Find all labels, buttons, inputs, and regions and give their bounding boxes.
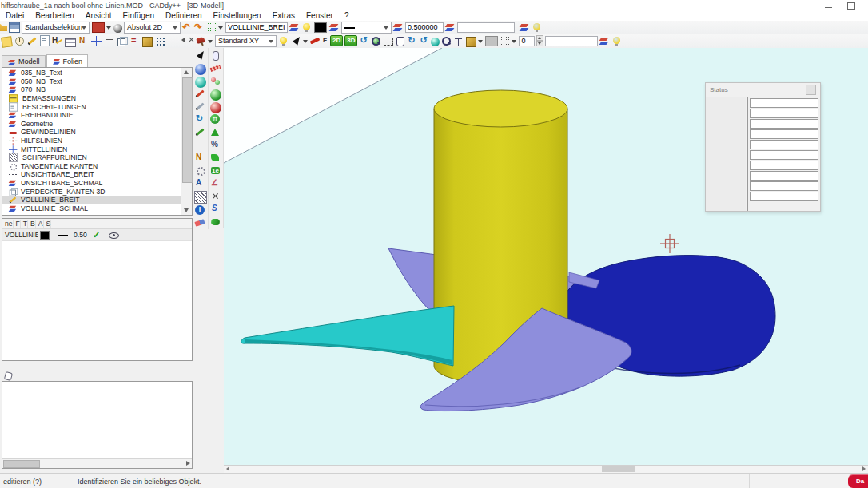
measure-icon[interactable]	[210, 63, 221, 74]
tree-item[interactable]: UNSICHTBARE_BREIT	[2, 170, 181, 179]
pi-icon[interactable]	[210, 114, 221, 125]
tree-item[interactable]: GEWINDELINIEN	[2, 128, 181, 137]
viewport-hscrollbar[interactable]	[224, 465, 868, 473]
chevron-down-icon[interactable]	[106, 22, 111, 33]
angle-icon[interactable]	[210, 178, 221, 189]
aux-input-2[interactable]	[545, 36, 598, 46]
status-field[interactable]	[750, 140, 818, 149]
status-field[interactable]	[750, 161, 818, 170]
tree-item[interactable]: BEMASSUNGEN	[2, 94, 181, 103]
t-square-icon[interactable]	[453, 36, 464, 46]
curve-flag-icon[interactable]	[195, 153, 206, 164]
mouse-curve-icon[interactable]	[210, 50, 221, 61]
color-to-layer-icon[interactable]	[329, 22, 340, 33]
menu-item[interactable]: Definieren	[160, 11, 208, 20]
raster-button[interactable]	[500, 35, 517, 47]
n-curve-icon[interactable]	[78, 36, 89, 46]
sphere-green-icon[interactable]	[210, 89, 221, 101]
list-grid-icon[interactable]	[155, 36, 165, 46]
sphere-teal-icon[interactable]	[195, 77, 206, 88]
rotate-cw-icon[interactable]	[407, 36, 417, 46]
panel-tab[interactable]: Folien	[46, 54, 89, 67]
panel-collapse-icon[interactable]	[181, 37, 186, 42]
table-header-cell[interactable]: ne	[2, 220, 14, 228]
coordinate-x-icon[interactable]	[210, 191, 221, 202]
minimize-icon[interactable]	[823, 2, 834, 10]
pencil-red-icon[interactable]	[195, 89, 206, 100]
visibility-eye-icon[interactable]	[109, 230, 119, 240]
width-to-layer-icon[interactable]	[445, 22, 456, 33]
chevron-down-icon[interactable]	[207, 36, 213, 46]
clock-icon[interactable]	[14, 36, 25, 46]
scroll-thumb[interactable]	[182, 77, 193, 183]
status-field[interactable]	[750, 150, 818, 160]
status-field[interactable]	[750, 98, 818, 108]
status-field[interactable]	[750, 109, 818, 118]
tree-item[interactable]: FREIHANDLINIE	[2, 111, 181, 120]
grid-button[interactable]	[206, 22, 224, 34]
tree-item[interactable]: UNSICHTBARE_SCHMAL	[2, 179, 181, 188]
tree-item[interactable]: VOLLLINIE_BREIT	[2, 196, 181, 204]
propeller-hub-top[interactable]	[434, 90, 567, 127]
snap-value-input[interactable]	[519, 36, 535, 46]
table-row[interactable]: VOLLLINIE_B... 0.50	[2, 229, 192, 241]
scroll-down-icon[interactable]	[184, 208, 189, 212]
menu-item[interactable]: Einfügen	[117, 11, 160, 20]
menu-item[interactable]: Bearbeiten	[30, 11, 79, 20]
table-header-cell[interactable]: T	[21, 220, 28, 228]
scroll-left-icon[interactable]	[226, 466, 229, 471]
triangle-icon[interactable]	[210, 127, 221, 138]
bulb-blue-icon[interactable]	[532, 22, 542, 33]
tree-item[interactable]: Geometrie	[2, 120, 181, 129]
pencil-yellow-icon[interactable]	[27, 36, 38, 46]
table-header-cell[interactable]: B	[28, 220, 36, 228]
layer-hand-icon[interactable]	[599, 36, 610, 46]
tree-item[interactable]: 070_NB	[2, 85, 181, 94]
badge-3d[interactable]: 3D	[344, 35, 357, 46]
material-tool-button[interactable]	[195, 35, 213, 47]
table-icon[interactable]	[65, 38, 76, 47]
status-field[interactable]	[750, 192, 818, 201]
light-icon[interactable]	[278, 36, 289, 46]
line-style-select[interactable]	[341, 22, 392, 34]
status-field[interactable]	[750, 119, 818, 129]
scroll-right-icon[interactable]	[862, 466, 866, 471]
tree-item[interactable]: HILFSLINIEN	[2, 137, 181, 145]
active-layer-input[interactable]	[225, 22, 288, 33]
status-field[interactable]	[750, 181, 818, 191]
line-width-input[interactable]	[405, 22, 444, 33]
tree-item[interactable]: MITTELLINIEN	[2, 145, 181, 153]
info-icon[interactable]	[195, 205, 206, 216]
status-window[interactable]: Status	[705, 82, 821, 212]
surface-green-icon[interactable]	[210, 216, 221, 228]
tree-item[interactable]: BESCHRIFTUNGEN	[2, 102, 181, 111]
view-plane-select[interactable]: Standard XY	[215, 35, 277, 47]
cube-outline-icon[interactable]	[117, 36, 127, 46]
orbit-sphere-icon[interactable]	[195, 114, 206, 125]
dotted-line-icon[interactable]	[195, 140, 206, 151]
chevron-down-icon[interactable]	[511, 36, 516, 46]
redo-icon[interactable]	[194, 22, 205, 33]
bulb-blue-icon[interactable]	[611, 36, 622, 46]
menu-item[interactable]: Extras	[267, 11, 301, 20]
box-3d-icon[interactable]	[142, 37, 153, 47]
layer-assign-icon[interactable]	[289, 22, 300, 33]
status-field[interactable]	[750, 171, 818, 181]
pan-hand-icon[interactable]	[395, 36, 405, 46]
aux-input[interactable]	[457, 22, 515, 33]
style-to-layer-icon[interactable]	[393, 22, 404, 33]
rotate-view-icon[interactable]	[359, 36, 369, 46]
save-icon[interactable]	[9, 22, 20, 33]
color-swatch[interactable]	[40, 231, 50, 240]
undo-icon[interactable]	[182, 22, 193, 33]
chevron-down-icon[interactable]	[302, 36, 308, 46]
viewport-3d[interactable]: Status	[224, 48, 868, 473]
hatch-icon[interactable]	[194, 191, 207, 204]
tree-scrollbar[interactable]	[181, 68, 192, 215]
cursor-tool-button[interactable]	[290, 35, 309, 47]
zoom-page-icon[interactable]	[441, 36, 452, 46]
h-pencil-icon[interactable]	[52, 36, 62, 46]
render-mode-button[interactable]	[465, 35, 484, 47]
menu-item[interactable]: Ansicht	[80, 11, 117, 20]
s-curve-icon[interactable]	[210, 204, 221, 215]
